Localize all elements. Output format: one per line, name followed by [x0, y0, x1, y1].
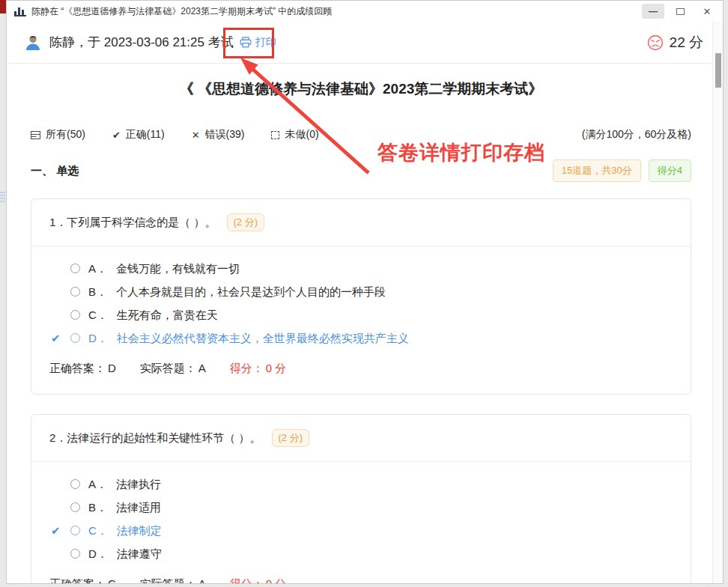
option-label: C． — [88, 524, 108, 537]
bar-chart-icon — [14, 7, 26, 16]
tab-wrong[interactable]: ✕ 错误(39) — [192, 128, 245, 142]
titlebar: 陈静在 “《思想道德修养与法律基础》2023第二学期期末考试” 中的成绩回顾 —… — [7, 1, 723, 22]
option-label: D． — [88, 332, 108, 344]
question-title: 1．下列属于科学信念的是（ ）。 — [49, 216, 216, 230]
actual-answer: 实际答题：A — [140, 362, 206, 376]
option-text: 法律制定 — [117, 524, 162, 537]
option-text: 个人本身就是目的，社会只是达到个人目的的一种手段 — [116, 285, 386, 298]
option-text: 法律适用 — [116, 501, 161, 514]
option-b[interactable]: ✔ B． 法律适用 — [49, 496, 673, 519]
radio-icon — [70, 549, 80, 559]
option-text: 金钱万能，有钱就有一切 — [116, 262, 240, 275]
option-label: A． — [88, 478, 107, 490]
radio-icon — [70, 526, 80, 535]
option-d[interactable]: ✔ D． 法律遵守 — [49, 542, 673, 565]
question-header: 1．下列属于科学信念的是（ ）。 (2 分) — [31, 199, 691, 246]
option-c[interactable]: ✔ C． 法律制定 — [49, 519, 673, 542]
question-score: 得分：0 分 — [230, 362, 287, 376]
tab-all-label: 所有(50) — [46, 128, 85, 142]
close-button[interactable]: ✕ — [696, 4, 718, 19]
radio-icon — [70, 264, 80, 273]
option-label: A． — [88, 262, 107, 275]
option-text: 法律执行 — [116, 478, 161, 490]
points-badge: (2 分) — [227, 213, 265, 231]
question-score: 得分：0 分 — [230, 577, 287, 584]
option-text: 生死有命，富贵在天 — [117, 308, 218, 321]
minimize-button[interactable]: — — [642, 4, 664, 19]
screen: 陈静在 “《思想道德修养与法律基础》2023第二学期期末考试” 中的成绩回顾 —… — [0, 0, 728, 587]
score-rule: (满分100分，60分及格) — [582, 128, 691, 142]
answer-row: 正确答案：D 实际答题：A 得分：0 分 — [49, 362, 673, 376]
radio-icon — [70, 310, 80, 320]
app-header: 陈静，于 2023-03-06 21:25 考试 打印 22 分 — [7, 22, 723, 64]
section-title: 一、 单选 — [31, 164, 79, 178]
scrollbar-thumb[interactable] — [715, 53, 721, 88]
dashed-square-icon — [271, 131, 279, 139]
option-text: 法律遵守 — [117, 547, 162, 560]
user-exam-time: 陈静，于 2023-03-06 21:25 考试 — [49, 34, 234, 51]
tab-wrong-label: 错误(39) — [205, 128, 245, 142]
background-artifact — [0, 192, 5, 202]
correct-answer: 正确答案：C — [49, 577, 116, 584]
background-artifact — [0, 0, 6, 13]
exam-title: 《 《思想道德修养与法律基础》2023第二学期期末考试》 — [31, 79, 691, 100]
user-avatar-icon — [25, 34, 41, 51]
check-icon: ✔ — [112, 130, 121, 141]
radio-icon — [70, 479, 80, 489]
section-count-badge: 15道题，共30分 — [553, 159, 641, 182]
print-highlight-box — [223, 28, 274, 58]
section-header: 一、 单选 15道题，共30分 得分4 — [31, 159, 691, 182]
option-a[interactable]: ✔ A． 法律执行 — [49, 472, 673, 496]
content-area: 《 《思想道德修养与法律基础》2023第二学期期末考试》 所有(50) ✔ 正确… — [7, 79, 723, 584]
question-card-2: 2．法律运行的起始性和关键性环节（ ）。 (2 分) ✔ A． 法律执行 ✔ B… — [31, 414, 691, 584]
option-label: B． — [88, 285, 107, 298]
window-title: 陈静在 “《思想道德修养与法律基础》2023第二学期期末考试” 中的成绩回顾 — [31, 5, 642, 18]
correct-answer: 正确答案：D — [49, 362, 116, 376]
check-icon: ✔ — [51, 524, 61, 537]
tab-all[interactable]: 所有(50) — [31, 128, 85, 142]
option-label: D． — [88, 547, 108, 560]
annotation-text: 答卷详情打印存档 — [377, 139, 545, 166]
option-c[interactable]: ✔ C． 生死有命，富贵在天 — [49, 303, 673, 326]
x-icon: ✕ — [192, 130, 200, 141]
tab-undone[interactable]: 未做(0) — [271, 128, 318, 142]
option-d[interactable]: ✔ D． 社会主义必然代替资本主义，全世界最终必然实现共产主义 — [49, 326, 673, 350]
maximize-button[interactable] — [669, 4, 691, 19]
radio-icon — [70, 287, 80, 296]
total-score: 22 分 — [670, 33, 703, 52]
maximize-icon — [676, 8, 685, 15]
tab-undone-label: 未做(0) — [285, 128, 318, 142]
results-window: 陈静在 “《思想道德修养与法律基础》2023第二学期期末考试” 中的成绩回顾 —… — [6, 0, 724, 584]
option-b[interactable]: ✔ B． 个人本身就是目的，社会只是达到个人目的的一种手段 — [49, 280, 673, 303]
question-body: ✔ A． 法律执行 ✔ B． 法律适用 ✔ C． — [31, 462, 691, 584]
answer-row: 正确答案：C 实际答题：A 得分：0 分 — [49, 577, 673, 584]
points-badge: (2 分) — [272, 429, 310, 447]
window-controls: — ✕ — [642, 4, 718, 19]
option-text: 社会主义必然代替资本主义，全世界最终必然实现共产主义 — [117, 332, 409, 344]
check-icon: ✔ — [51, 332, 61, 344]
actual-answer: 实际答题：A — [140, 577, 206, 584]
vertical-scrollbar[interactable] — [712, 22, 723, 583]
option-a[interactable]: ✔ A． 金钱万能，有钱就有一切 — [49, 257, 673, 280]
option-label: C． — [88, 308, 108, 321]
question-body: ✔ A． 金钱万能，有钱就有一切 ✔ B． 个人本身就是目的，社会只是达到个人目… — [31, 246, 691, 394]
question-title: 2．法律运行的起始性和关键性环节（ ）。 — [49, 431, 261, 445]
section-score-badge: 得分4 — [649, 159, 691, 182]
tab-correct[interactable]: ✔ 正确(11) — [112, 128, 165, 142]
question-card-1: 1．下列属于科学信念的是（ ）。 (2 分) ✔ A． 金钱万能，有钱就有一切 … — [31, 198, 691, 395]
option-label: B． — [88, 501, 107, 514]
sad-face-icon — [647, 34, 664, 51]
tab-correct-label: 正确(11) — [126, 128, 165, 142]
radio-icon — [70, 502, 80, 512]
question-header: 2．法律运行的起始性和关键性环节（ ）。 (2 分) — [31, 415, 691, 462]
radio-icon — [70, 333, 80, 343]
grid-icon — [31, 131, 40, 139]
filter-tabs: 所有(50) ✔ 正确(11) ✕ 错误(39) 未做(0) (满分100分，6… — [31, 128, 691, 142]
